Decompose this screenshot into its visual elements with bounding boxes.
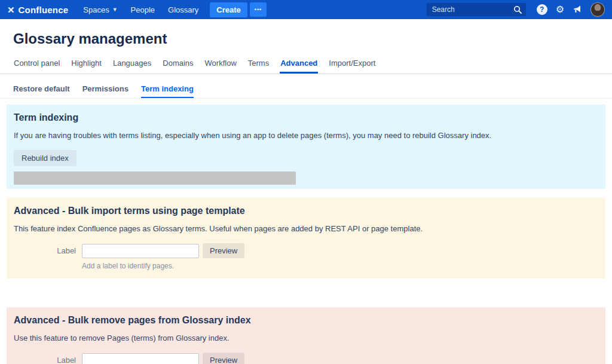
- tab-languages[interactable]: Languages: [112, 56, 152, 74]
- section-bulk-import-title: Advanced - Bulk import terms using page …: [14, 206, 598, 216]
- nav-item-spaces[interactable]: Spaces ▼: [76, 0, 124, 19]
- tab-workflow[interactable]: Workflow: [204, 56, 237, 74]
- content-area: Term indexing If you are having troubles…: [7, 105, 605, 364]
- section-bulk-import: Advanced - Bulk import terms using page …: [7, 198, 605, 279]
- subtab-term-indexing[interactable]: Term indexing: [141, 84, 194, 98]
- nav-item-people-label: People: [131, 5, 155, 14]
- tab-advanced[interactable]: Advanced: [280, 56, 318, 74]
- section-bulk-remove-description: Use this feature to remove Pages (terms)…: [14, 334, 598, 342]
- bulk-remove-label-input[interactable]: [82, 353, 199, 364]
- chevron-down-icon: ▼: [112, 7, 118, 13]
- tab-highlight[interactable]: Highlight: [71, 56, 102, 74]
- page-title: Glossary management: [13, 30, 612, 47]
- bulk-remove-label: Label: [14, 356, 76, 364]
- bulk-remove-form-row: Label Preview: [14, 353, 598, 364]
- section-bulk-remove-title: Advanced - Bulk remove pages from Glossa…: [14, 315, 598, 326]
- bulk-import-form-row: Label Preview: [14, 243, 598, 258]
- nav-item-glossary[interactable]: Glossary: [161, 0, 205, 19]
- bulk-import-preview-button[interactable]: Preview: [203, 243, 244, 258]
- sub-tab-bar: Restore default Permissions Term indexin…: [0, 84, 612, 99]
- confluence-logo-text: Confluence: [19, 5, 69, 15]
- main-tab-bar: Control panel Highlight Languages Domain…: [0, 56, 612, 74]
- subtab-restore-default[interactable]: Restore default: [13, 84, 70, 98]
- tab-terms[interactable]: Terms: [247, 56, 270, 74]
- nav-icon-group: ? ⚙: [537, 2, 605, 17]
- help-icon[interactable]: ?: [537, 4, 547, 15]
- rebuild-index-button[interactable]: Rebuild index: [14, 150, 76, 166]
- gear-icon[interactable]: ⚙: [556, 5, 564, 14]
- section-bulk-import-description: This feature index Confluence pages as G…: [14, 224, 598, 233]
- user-avatar[interactable]: [590, 2, 605, 17]
- nav-item-people[interactable]: People: [124, 0, 161, 19]
- tab-import-export[interactable]: Import/Export: [328, 56, 376, 74]
- nav-item-spaces-label: Spaces: [83, 5, 109, 14]
- bulk-remove-preview-button[interactable]: Preview: [203, 353, 244, 364]
- tab-control-panel[interactable]: Control panel: [13, 56, 60, 74]
- nav-item-glossary-label: Glossary: [168, 5, 198, 14]
- create-button[interactable]: Create: [210, 2, 247, 17]
- bulk-import-label-input[interactable]: [82, 244, 199, 258]
- tab-domains[interactable]: Domains: [162, 56, 194, 74]
- section-term-indexing-description: If you are having troubles with terms li…: [14, 131, 598, 140]
- search-input[interactable]: [427, 3, 526, 16]
- search-container: [427, 3, 526, 16]
- search-icon[interactable]: [513, 5, 522, 16]
- confluence-logo[interactable]: ✕ Confluence: [7, 5, 68, 15]
- megaphone-icon[interactable]: [573, 5, 582, 14]
- section-term-indexing-title: Term indexing: [14, 112, 598, 123]
- index-progress-bar: [14, 172, 296, 185]
- subtab-permissions[interactable]: Permissions: [82, 84, 128, 98]
- bulk-import-hint: Add a label to identify pages.: [82, 262, 598, 270]
- bulk-import-label: Label: [14, 246, 76, 255]
- top-navigation-bar: ✕ Confluence Spaces ▼ People Glossary Cr…: [0, 0, 612, 19]
- more-actions-button[interactable]: •••: [250, 2, 267, 17]
- confluence-logo-icon: ✕: [7, 5, 15, 14]
- section-term-indexing: Term indexing If you are having troubles…: [7, 105, 605, 189]
- section-bulk-remove: Advanced - Bulk remove pages from Glossa…: [7, 307, 605, 364]
